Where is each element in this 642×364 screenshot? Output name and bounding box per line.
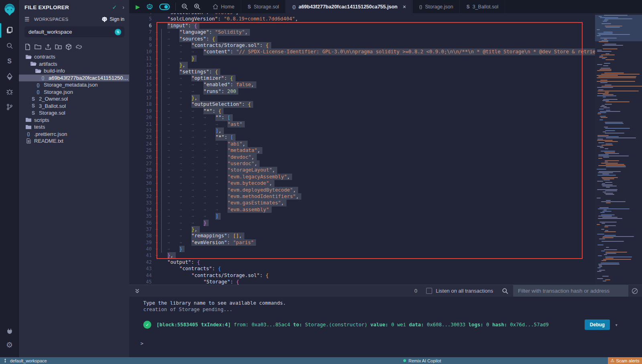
code-line[interactable]: 37→→→}, [129,226,595,233]
sidebar-item-file-explorer[interactable] [0,23,19,37]
minimap[interactable] [595,13,642,285]
file-tree-item[interactable]: {}.prettierrc.json [19,131,129,138]
tab-home[interactable]: Home [206,0,241,13]
file-tree-item[interactable]: README.txt [19,138,129,145]
code-line[interactable]: 29→→→→→→"evm.legacyAssembly", [129,174,595,180]
code-line[interactable]: 16→→→→"runs": 200 [129,88,595,95]
file-tree-item[interactable]: build-info [19,67,129,75]
code-line[interactable]: 21→→→→→→"ast" [129,121,595,127]
code-line[interactable]: 34→→→→→→"evm.assembly" [129,206,595,213]
code-line[interactable]: 27→→→→→→"userdoc", [129,160,595,167]
code-line[interactable]: 35→→→→→] [129,213,595,219]
close-tab-icon[interactable]: × [403,4,406,10]
sign-in-button[interactable]: Sign in [102,16,124,22]
code-line[interactable]: 31→→→→→→"evm.deployedBytecode", [129,187,595,193]
listen-all-checkbox[interactable] [426,288,432,294]
file-tree-item[interactable]: SStorage.sol [19,109,129,117]
code-line[interactable]: 9→→→"contracts/Storage.sol": { [129,42,595,49]
code-editor[interactable]: 4"solcVersion": "0.8.19",5"solcLongVersi… [129,13,642,285]
listen-all-label[interactable]: Listen on all transactions [436,288,493,294]
zoom-in-icon[interactable] [194,3,201,10]
file-tree-item[interactable]: {}Storage_metadata.json [19,81,129,89]
code-line[interactable]: 7→→"language": "Solidity", [129,29,595,35]
code-line[interactable]: 13→→"settings": { [129,69,595,75]
code-line[interactable]: 6"input": { [129,22,595,29]
code-line[interactable]: 45"Storage": { [129,279,595,285]
code-line[interactable]: 41→}, [129,252,595,259]
file-tree-item[interactable]: {}Storage.json [19,89,129,96]
code-line[interactable]: 17→→→}, [129,95,595,101]
new-file-icon[interactable] [24,44,31,50]
file-tree-item[interactable]: tests [19,123,129,131]
clear-console-icon[interactable] [630,288,640,294]
file-tree-item[interactable]: S2_Owner.sol [19,95,129,103]
tab-storage-sol[interactable]: SStorage.sol [241,0,286,13]
terminal-output[interactable]: Type the library name to see available c… [129,297,642,357]
code-line[interactable]: 32→→→→→→"evm.methodIdentifiers", [129,193,595,200]
expand-tx-chevron-icon[interactable]: ▾ [615,322,618,328]
chevron-right-icon[interactable]: › [122,4,124,10]
code-line[interactable]: 15→→→→"enabled": false, [129,81,595,88]
code-line[interactable]: 33→→→→→→"evm.gasEstimates", [129,200,595,206]
code-line[interactable]: 30→→→→→→"evm.bytecode", [129,180,595,186]
file-tree-item[interactable]: S3_Ballot.sol [19,103,129,110]
code-line[interactable]: 25→→→→→→"metadata", [129,147,595,154]
box-icon[interactable] [65,44,72,50]
code-line[interactable]: 38→→→"remappings": [], [129,233,595,239]
code-line[interactable]: 36→→→→} [129,220,595,226]
workspace-status[interactable]: default_workspace [4,358,47,363]
code-line[interactable]: 10→→→→"content": "// SPDX-License-Identi… [129,49,595,55]
terminal-prompt[interactable]: > [140,341,143,346]
copilot-toggle[interactable] [159,4,170,10]
run-script-button[interactable]: ▶ [136,4,140,10]
code-line[interactable]: 19→→→→"*": { [129,108,595,114]
file-tree-item[interactable]: contracts [19,53,129,61]
code-line[interactable]: 8→→"sources": { [129,36,595,42]
upload-folder-icon[interactable] [55,44,62,50]
file-tree-item[interactable]: scripts [19,117,129,124]
code-line[interactable]: 12→→}, [129,62,595,68]
sidebar-item-debugger[interactable] [0,85,19,99]
code-line[interactable]: 22→→→→→], [129,127,595,134]
sidebar-item-git[interactable] [0,100,19,114]
collapse-terminal-icon[interactable] [134,288,140,294]
zoom-out-icon[interactable] [181,3,188,10]
link-icon[interactable] [75,44,82,50]
hamburger-menu-icon[interactable]: ☰ [24,16,30,22]
code-line[interactable]: 43"contracts": { [129,265,595,272]
code-line[interactable]: 5"solcLongVersion": "0.8.19+commit.7dd6d… [129,16,595,22]
ai-copilot-status[interactable]: Remix AI Copilot [403,358,441,363]
code-line[interactable]: 18→→→"outputSelection": { [129,101,595,107]
code-line[interactable]: 39→→→"evmVersion": "paris" [129,239,595,246]
upload-file-icon[interactable] [45,44,51,50]
sidebar-item-settings[interactable]: ⚙ [0,338,19,352]
terminal-search-icon[interactable] [502,288,508,294]
sidebar-item-plugin-manager[interactable] [0,324,19,338]
scam-alerts-button[interactable]: ⚠ Scam alerts [608,357,642,364]
file-tree-item[interactable]: {}a69b43f277ba20fcac141151250ca7... [19,75,129,82]
workspace-selector[interactable]: default_workspace ⇅ [24,26,124,37]
sidebar-item-search[interactable] [0,39,19,53]
new-folder-icon[interactable] [35,44,41,50]
sidebar-item-solidity-compiler[interactable]: S [0,55,19,68]
ai-assistant-icon[interactable] [146,3,154,10]
debug-button[interactable]: Debug [585,320,610,330]
tab-3-ballot-sol[interactable]: S3_Ballot.sol [460,0,505,13]
transaction-filter-input[interactable] [513,285,628,297]
code-line[interactable]: 11→→→} [129,55,595,62]
code-line[interactable]: 24→→→→→→"abi", [129,141,595,147]
code-line[interactable]: 23→→→→→"*": [ [129,134,595,140]
code-line[interactable]: 40→→} [129,246,595,252]
remix-logo-icon[interactable] [2,2,17,17]
minimap-viewport[interactable] [595,15,642,41]
code-line[interactable]: 20→→→→→"": [ [129,114,595,121]
file-tree-item[interactable]: artifacts [19,61,129,68]
code-line[interactable]: 26→→→→→→"devdoc", [129,154,595,160]
tab-storage-json[interactable]: {}Storage.json [413,0,460,13]
tab-a69b43f277ba20fcac141151250ca755-json[interactable]: {}a69b43f277ba20fcac141151250ca755.json× [286,0,412,13]
code-line[interactable]: 44"contracts/Storage.sol": { [129,272,595,279]
code-line[interactable]: 42"output": { [129,259,595,265]
code-line[interactable]: 28→→→→→→"storageLayout", [129,167,595,173]
code-line[interactable]: 14→→→"optimizer": { [129,75,595,81]
sidebar-item-deploy-and-run[interactable] [0,70,19,83]
